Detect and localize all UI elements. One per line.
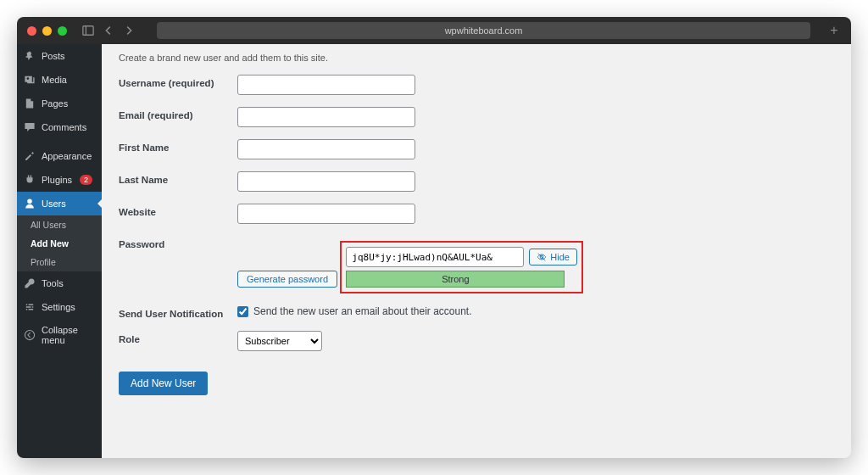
last-name-input[interactable]	[237, 171, 415, 192]
sidebar-sub-all-users[interactable]: All Users	[17, 215, 102, 234]
minimize-window-button[interactable]	[42, 26, 52, 36]
label-notification: Send User Notification	[119, 305, 237, 319]
svg-rect-0	[83, 26, 93, 36]
tools-icon	[24, 277, 36, 289]
new-tab-button[interactable]: +	[827, 23, 841, 38]
titlebar-nav-icons	[82, 25, 135, 36]
notification-text: Send the new user an email about their a…	[253, 305, 472, 317]
eye-slash-icon	[537, 252, 547, 262]
generate-password-button[interactable]: Generate password	[237, 271, 337, 288]
traffic-lights	[27, 26, 67, 36]
titlebar: wpwhiteboard.com +	[17, 17, 851, 44]
plugins-badge: 2	[80, 175, 92, 185]
row-notification: Send User Notification Send the new user…	[119, 305, 834, 319]
notification-checkbox[interactable]	[237, 306, 248, 317]
close-window-button[interactable]	[27, 26, 36, 36]
sidebar-label: Plugins	[42, 175, 72, 185]
sidebar-item-posts[interactable]: Posts	[17, 44, 102, 68]
pin-icon	[24, 50, 36, 62]
role-select[interactable]: Subscriber	[237, 331, 322, 351]
maximize-window-button[interactable]	[58, 26, 67, 36]
label-last-name: Last Name	[119, 171, 237, 185]
sidebar-item-tools[interactable]: Tools	[17, 271, 102, 295]
app-body: Posts Media Pages Comments Appearance	[17, 44, 851, 458]
sidebar-sub-add-new[interactable]: Add New	[17, 234, 102, 253]
hide-label: Hide	[550, 252, 570, 262]
label-first-name: First Name	[119, 139, 237, 153]
url-bar[interactable]: wpwhiteboard.com	[157, 22, 810, 39]
label-website: Website	[119, 204, 237, 217]
sidebar-sub-profile[interactable]: Profile	[17, 253, 102, 271]
main-content: Create a brand new user and add them to …	[102, 44, 851, 458]
email-input[interactable]	[237, 107, 415, 127]
row-first-name: First Name	[119, 139, 834, 159]
hide-password-button[interactable]: Hide	[529, 249, 577, 265]
row-password: Password Generate password Hide Strong	[119, 236, 834, 293]
username-input[interactable]	[237, 75, 415, 95]
sidebar-label: Tools	[42, 278, 64, 288]
back-icon[interactable]	[103, 25, 114, 36]
password-input[interactable]	[346, 247, 524, 267]
sidebar-item-pages[interactable]: Pages	[17, 92, 102, 115]
sidebar-toggle-icon[interactable]	[82, 25, 94, 36]
label-role: Role	[119, 331, 237, 344]
row-username: Username (required)	[119, 75, 834, 95]
svg-point-2	[25, 330, 34, 339]
pages-icon	[24, 98, 36, 109]
appearance-icon	[24, 150, 36, 162]
add-new-user-button[interactable]: Add New User	[119, 372, 208, 395]
media-icon	[24, 74, 36, 86]
website-input[interactable]	[237, 204, 415, 224]
sidebar-label: Collapse menu	[42, 325, 95, 345]
row-last-name: Last Name	[119, 171, 834, 192]
sidebar-label: Comments	[42, 122, 86, 132]
settings-icon	[24, 301, 36, 313]
intro-text: Create a brand new user and add them to …	[119, 53, 834, 63]
sidebar-label: Media	[42, 75, 67, 85]
sidebar-label: Settings	[42, 302, 75, 312]
sidebar-item-settings[interactable]: Settings	[17, 295, 102, 319]
sidebar-label: Appearance	[42, 151, 92, 161]
admin-sidebar: Posts Media Pages Comments Appearance	[17, 44, 102, 458]
label-username: Username (required)	[119, 75, 237, 88]
row-website: Website	[119, 204, 834, 224]
row-role: Role Subscriber	[119, 331, 834, 351]
browser-window: wpwhiteboard.com + Posts Media Pages Com…	[17, 17, 851, 458]
label-email: Email (required)	[119, 107, 237, 120]
password-highlight-box: Hide Strong	[340, 241, 583, 293]
users-icon	[24, 198, 36, 210]
password-strength: Strong	[346, 271, 565, 288]
forward-icon[interactable]	[123, 25, 135, 36]
plugins-icon	[24, 174, 36, 186]
label-password: Password	[119, 236, 237, 249]
first-name-input[interactable]	[237, 139, 415, 159]
comments-icon	[24, 121, 36, 133]
collapse-icon	[24, 329, 36, 341]
sidebar-item-appearance[interactable]: Appearance	[17, 144, 102, 168]
sidebar-item-plugins[interactable]: Plugins 2	[17, 168, 102, 192]
sidebar-label: Posts	[42, 51, 65, 61]
row-email: Email (required)	[119, 107, 834, 127]
sidebar-item-media[interactable]: Media	[17, 68, 102, 92]
sidebar-item-comments[interactable]: Comments	[17, 115, 102, 139]
sidebar-item-users[interactable]: Users	[17, 192, 102, 215]
sidebar-label: Pages	[42, 98, 68, 109]
sidebar-label: Users	[42, 198, 66, 209]
sidebar-collapse[interactable]: Collapse menu	[17, 319, 102, 351]
